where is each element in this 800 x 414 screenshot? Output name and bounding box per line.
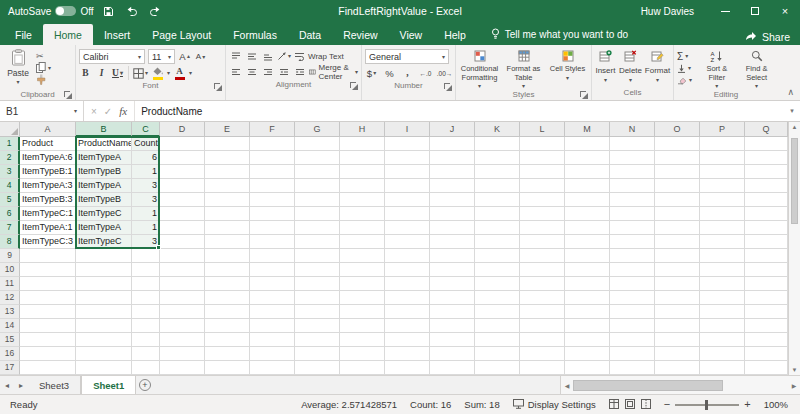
cell-F2[interactable] [250, 151, 295, 165]
cell-Q8[interactable] [745, 235, 788, 249]
cell-F9[interactable] [250, 249, 295, 263]
tab-formulas[interactable]: Formulas [222, 24, 288, 45]
cell-J1[interactable] [430, 137, 475, 151]
merge-center-button[interactable]: Merge & Center ▾ [309, 65, 358, 79]
cell-P9[interactable] [700, 249, 745, 263]
cell-H10[interactable] [340, 263, 385, 277]
cell-H7[interactable] [340, 221, 385, 235]
cell-B6[interactable]: ItemTypeC [76, 207, 132, 221]
cell-I11[interactable] [385, 277, 430, 291]
decrease-indent-icon[interactable] [277, 65, 290, 79]
cell-G11[interactable] [295, 277, 340, 291]
cut-button[interactable]: ✂ [36, 50, 51, 62]
cell-F14[interactable] [250, 319, 295, 333]
font-name-select[interactable]: Calibri▾ [79, 49, 145, 64]
row-header-2[interactable]: 2 [0, 151, 20, 165]
cell-E11[interactable] [205, 277, 250, 291]
cell-C11[interactable] [132, 277, 160, 291]
cell-N11[interactable] [610, 277, 655, 291]
cell-I13[interactable] [385, 305, 430, 319]
row-header-5[interactable]: 5 [0, 193, 20, 207]
cell-F17[interactable] [250, 361, 295, 375]
cell-F13[interactable] [250, 305, 295, 319]
column-header-F[interactable]: F [250, 122, 295, 137]
cell-K15[interactable] [475, 333, 520, 347]
expand-formula-bar-icon[interactable]: ▾ [784, 101, 800, 121]
cell-N8[interactable] [610, 235, 655, 249]
cell-E3[interactable] [205, 165, 250, 179]
cell-E9[interactable] [205, 249, 250, 263]
cell-F16[interactable] [250, 347, 295, 361]
horizontal-scrollbar[interactable]: ◀ ▶ [560, 376, 800, 394]
cell-B8[interactable]: ItemTypeC [76, 235, 132, 249]
cell-F12[interactable] [250, 291, 295, 305]
autosave-toggle[interactable]: AutoSave Off [8, 6, 94, 17]
column-header-B[interactable]: B [76, 122, 132, 137]
column-header-K[interactable]: K [475, 122, 520, 137]
cell-Q7[interactable] [745, 221, 788, 235]
cell-J9[interactable] [430, 249, 475, 263]
cell-F4[interactable] [250, 179, 295, 193]
cell-L17[interactable] [520, 361, 565, 375]
cell-I4[interactable] [385, 179, 430, 193]
column-header-H[interactable]: H [340, 122, 385, 137]
cell-B15[interactable] [76, 333, 132, 347]
cell-G12[interactable] [295, 291, 340, 305]
clear-button[interactable]: ▾ [677, 74, 695, 86]
cell-Q16[interactable] [745, 347, 788, 361]
tell-me-box[interactable]: Tell me what you want to do [491, 24, 628, 45]
column-header-C[interactable]: C [132, 122, 160, 137]
cell-N12[interactable] [610, 291, 655, 305]
cell-J13[interactable] [430, 305, 475, 319]
cell-C10[interactable] [132, 263, 160, 277]
cell-G2[interactable] [295, 151, 340, 165]
cell-E5[interactable] [205, 193, 250, 207]
cell-J8[interactable] [430, 235, 475, 249]
cell-P4[interactable] [700, 179, 745, 193]
cell-I14[interactable] [385, 319, 430, 333]
enter-icon[interactable]: ✓ [104, 106, 112, 117]
cell-E2[interactable] [205, 151, 250, 165]
cell-Q11[interactable] [745, 277, 788, 291]
wrap-text-button[interactable]: Wrap Text [294, 49, 344, 63]
cell-M16[interactable] [565, 347, 610, 361]
cell-O2[interactable] [655, 151, 700, 165]
cell-N17[interactable] [610, 361, 655, 375]
cell-J15[interactable] [430, 333, 475, 347]
cell-P1[interactable] [700, 137, 745, 151]
cell-A9[interactable] [20, 249, 76, 263]
dialog-launcher-icon[interactable] [444, 83, 452, 91]
scroll-down-icon[interactable]: ▼ [792, 367, 798, 373]
minimize-button[interactable] [710, 0, 740, 22]
borders-button[interactable]: ▾ [133, 66, 148, 80]
copy-button[interactable]: ▾ [36, 62, 51, 74]
cell-H14[interactable] [340, 319, 385, 333]
tab-file[interactable]: File [4, 24, 43, 45]
font-color-button[interactable]: A [173, 66, 186, 80]
cell-F3[interactable] [250, 165, 295, 179]
new-sheet-button[interactable]: + [136, 376, 153, 394]
cell-N15[interactable] [610, 333, 655, 347]
tab-help[interactable]: Help [433, 24, 477, 45]
collapse-ribbon-icon[interactable]: ∧ [787, 87, 794, 97]
cell-K4[interactable] [475, 179, 520, 193]
display-settings-button[interactable]: Display Settings [513, 399, 596, 411]
cell-E7[interactable] [205, 221, 250, 235]
cell-P6[interactable] [700, 207, 745, 221]
cell-O17[interactable] [655, 361, 700, 375]
cell-A1[interactable]: Product [20, 137, 76, 151]
sheet-tab-sheet3[interactable]: Sheet3 [28, 376, 81, 394]
cell-P5[interactable] [700, 193, 745, 207]
cell-F15[interactable] [250, 333, 295, 347]
sort-filter-button[interactable]: AZ Sort & Filter ▾ [698, 47, 735, 89]
cell-P14[interactable] [700, 319, 745, 333]
cell-A17[interactable] [20, 361, 76, 375]
name-box[interactable]: B1 ▾ [0, 101, 84, 121]
align-bottom-icon[interactable] [261, 49, 274, 63]
row-header-15[interactable]: 15 [0, 333, 20, 347]
cell-O13[interactable] [655, 305, 700, 319]
formula-input[interactable]: ProductName [135, 101, 784, 121]
cell-M10[interactable] [565, 263, 610, 277]
column-header-G[interactable]: G [295, 122, 340, 137]
cell-P17[interactable] [700, 361, 745, 375]
